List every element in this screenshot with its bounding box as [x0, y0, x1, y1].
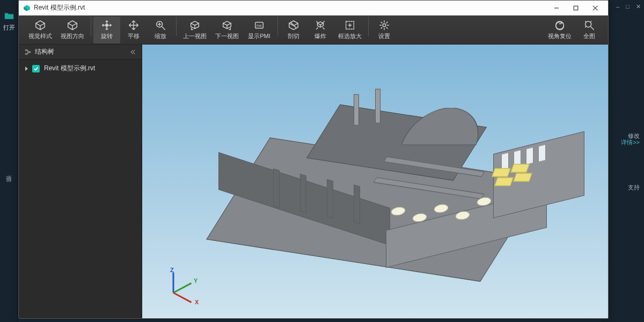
bg-maximize-button[interactable]: □ — [626, 3, 630, 10]
cube-outline-icon — [67, 19, 78, 31]
view-direction-button[interactable]: 视图方向 — [56, 17, 89, 43]
svg-text:PMI: PMI — [257, 24, 262, 27]
y-axis — [173, 282, 192, 293]
x-axis — [173, 292, 192, 303]
bg-close-button[interactable]: ✕ — [636, 3, 641, 10]
zoom-in-icon — [155, 19, 166, 31]
svg-marker-9 — [68, 21, 77, 26]
show-pmi-button[interactable]: PMI 显示PMI — [243, 17, 275, 43]
tree-item-label: Revit 模型示例.rvt — [44, 64, 95, 73]
reset-view-icon — [554, 19, 566, 31]
svg-marker-7 — [36, 21, 45, 26]
section-cut-icon — [288, 19, 299, 31]
app-logo-icon — [23, 4, 31, 12]
side-panel-label[interactable]: 项目 — [5, 171, 13, 173]
reset-view-button[interactable]: 视角复位 — [544, 17, 576, 43]
z-axis-label: Z — [170, 267, 174, 273]
marquee-zoom-icon — [344, 19, 356, 31]
y-axis-label: Y — [194, 277, 197, 284]
svg-point-11 — [106, 24, 108, 27]
window-titlebar[interactable]: Revit 模型示例.rvt — [19, 1, 608, 16]
collapse-panel-icon[interactable] — [129, 48, 136, 56]
open-file-label: 打开 — [3, 24, 15, 32]
toolbar-separator — [368, 17, 369, 36]
visibility-checkbox[interactable] — [32, 65, 40, 72]
content-area: 结构树 Revit 模型示例.rvt — [19, 45, 608, 318]
toolbar-separator — [91, 17, 91, 36]
maximize-button[interactable] — [566, 1, 586, 15]
bg-details-link[interactable]: 详情>> — [621, 138, 640, 147]
pmi-icon: PMI — [253, 19, 265, 31]
structure-tree-header[interactable]: 结构树 — [19, 45, 142, 60]
svg-line-34 — [317, 28, 318, 30]
cube-prev-icon — [189, 19, 201, 31]
bg-minimize-button[interactable]: – — [616, 3, 619, 10]
structure-tree-panel: 结构树 Revit 模型示例.rvt — [19, 45, 142, 318]
structure-tree-title: 结构树 — [35, 47, 54, 56]
axis-triad[interactable]: Z Y X — [155, 257, 203, 305]
viewer-window: Revit 模型示例.rvt 视觉样式 视图方向 旋转 — [18, 0, 609, 319]
window-title: Revit 模型示例.rvt — [34, 3, 85, 12]
expand-caret-icon[interactable] — [25, 67, 28, 71]
cube-shaded-icon — [34, 19, 46, 31]
building-model[interactable] — [193, 78, 558, 277]
rotate-button[interactable]: 旋转 — [93, 17, 120, 43]
svg-marker-22 — [191, 21, 199, 25]
fit-screen-icon — [583, 19, 595, 31]
folder-open-icon — [3, 10, 15, 21]
explode-icon — [314, 19, 326, 31]
svg-line-33 — [323, 21, 325, 23]
svg-marker-30 — [318, 22, 324, 25]
fit-all-button[interactable]: 全图 — [576, 17, 603, 43]
prev-view-button[interactable]: 上一视图 — [179, 17, 211, 43]
svg-line-42 — [591, 27, 594, 30]
close-button[interactable] — [586, 1, 605, 15]
pan-move-icon — [128, 19, 140, 31]
app-left-strip: 打开 项目 — [0, 0, 18, 322]
toolbar-separator — [277, 17, 278, 36]
x-axis-label: X — [195, 299, 199, 305]
svg-line-32 — [317, 21, 318, 23]
3d-viewport[interactable]: Z Y X — [142, 45, 608, 318]
bg-text-line-2: 支持 — [628, 184, 640, 192]
explode-button[interactable]: 爆炸 — [307, 17, 334, 43]
gear-icon — [378, 19, 390, 31]
toolbar-separator — [176, 17, 177, 36]
rotate-3d-icon — [101, 19, 113, 31]
svg-line-35 — [323, 28, 325, 30]
svg-point-39 — [383, 24, 386, 27]
tree-icon — [24, 48, 32, 56]
section-button[interactable]: 剖切 — [280, 17, 307, 43]
svg-point-40 — [556, 21, 564, 30]
svg-line-29 — [291, 23, 297, 28]
zoom-button[interactable]: 缩放 — [147, 17, 174, 43]
settings-button[interactable]: 设置 — [371, 17, 398, 43]
minimize-button[interactable] — [547, 1, 566, 15]
z-axis — [173, 273, 174, 293]
box-zoom-button[interactable]: 框选放大 — [334, 17, 366, 43]
svg-rect-4 — [574, 6, 578, 10]
tree-root-item[interactable]: Revit 模型示例.rvt — [19, 60, 142, 77]
next-view-button[interactable]: 下一视图 — [211, 17, 243, 43]
open-file-button[interactable]: 打开 — [3, 10, 15, 32]
svg-marker-24 — [223, 21, 231, 25]
main-toolbar: 视觉样式 视图方向 旋转 平移 缩放 上一视图 — [19, 16, 608, 45]
cube-next-icon — [221, 19, 233, 31]
visual-style-button[interactable]: 视觉样式 — [24, 17, 56, 43]
pan-button[interactable]: 平移 — [120, 17, 147, 43]
svg-line-19 — [162, 27, 165, 30]
